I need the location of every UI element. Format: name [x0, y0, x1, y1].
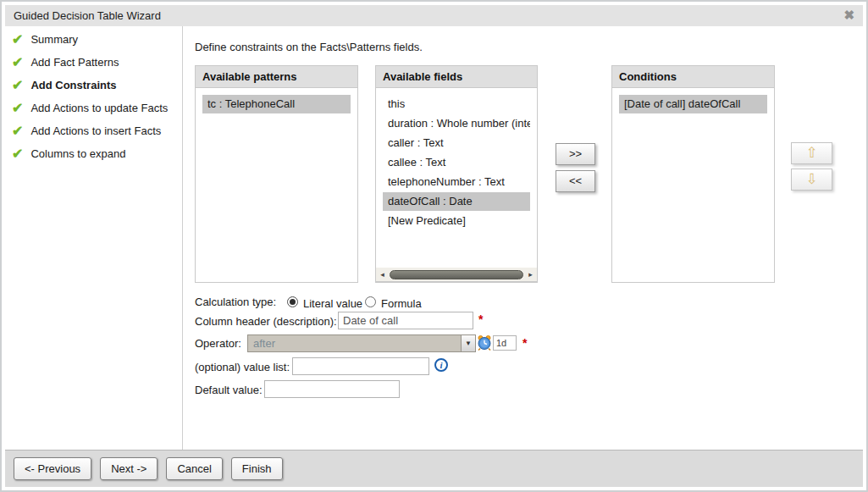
formula-radio[interactable]: [365, 296, 376, 307]
window-title: Guided Decision Table Wizard: [14, 5, 161, 26]
title-bar: Guided Decision Table Wizard ✖: [5, 5, 863, 26]
sidebar-step-add-actions-to-update-facts[interactable]: ✔Add Actions to update Facts: [5, 97, 181, 119]
list-item[interactable]: duration : Whole number (integer): [383, 114, 530, 133]
next-button[interactable]: Next ->: [100, 457, 158, 480]
literal-value-radio[interactable]: [287, 296, 298, 307]
check-icon: ✔: [12, 79, 23, 92]
move-down-button[interactable]: ⇩: [791, 169, 832, 191]
list-item[interactable]: [Date of call] dateOfCall: [619, 95, 767, 113]
check-icon: ✔: [12, 56, 23, 69]
calculation-type-label: Calculation type:: [195, 296, 276, 308]
check-icon: ✔: [12, 33, 23, 47]
column-header-label: Column header (description):: [195, 315, 337, 328]
check-icon: ✔: [12, 147, 23, 161]
finish-button[interactable]: Finish: [231, 457, 283, 480]
default-value-label: Default value:: [195, 384, 263, 396]
dropdown-arrow-icon[interactable]: ▼: [461, 335, 475, 351]
page-instruction: Define constraints on the Facts\Patterns…: [195, 41, 423, 53]
step-label: Add Actions to update Facts: [30, 102, 168, 114]
step-label: Add Fact Patterns: [30, 56, 119, 69]
step-label: Columns to expand: [30, 147, 125, 160]
step-label: Add Actions to insert Facts: [30, 124, 161, 137]
conditions-panel: Conditions [Date of call] dateOfCall: [611, 65, 775, 283]
scroll-left-icon[interactable]: ◂: [376, 268, 389, 281]
conditions-list: [Date of call] dateOfCall: [612, 88, 774, 121]
list-item[interactable]: tc : TelephoneCall: [202, 95, 351, 113]
available-fields-list: thisduration : Whole number (integer)cal…: [376, 88, 537, 238]
list-item[interactable]: telephoneNumber : Text: [383, 173, 530, 191]
step-label: Add Constraints: [30, 79, 116, 91]
default-value-input[interactable]: [264, 380, 400, 398]
available-patterns-panel: Available patterns tc : TelephoneCall: [195, 65, 358, 283]
cancel-button[interactable]: Cancel: [166, 457, 222, 480]
required-marker: *: [522, 336, 527, 350]
scroll-right-icon[interactable]: ▸: [524, 268, 537, 281]
add-condition-button[interactable]: >>: [556, 143, 595, 165]
previous-button[interactable]: <- Previous: [14, 457, 91, 480]
operator-select[interactable]: after ▼: [247, 334, 476, 352]
date-clock-icon[interactable]: [477, 334, 492, 351]
remove-condition-button[interactable]: <<: [556, 170, 595, 192]
available-fields-panel: Available fields thisduration : Whole nu…: [375, 65, 538, 283]
column-header-input[interactable]: [338, 312, 473, 329]
wizard-steps: ✔Summary✔Add Fact Patterns✔Add Constrain…: [5, 28, 181, 165]
list-item[interactable]: this: [383, 95, 530, 113]
available-fields-title: Available fields: [376, 66, 537, 88]
up-arrow-icon: ⇧: [805, 145, 817, 161]
sidebar-step-add-actions-to-insert-facts[interactable]: ✔Add Actions to insert Facts: [5, 119, 181, 142]
list-item[interactable]: dateOfCall : Date: [383, 192, 530, 211]
sidebar-step-add-fact-patterns[interactable]: ✔Add Fact Patterns: [5, 51, 181, 74]
list-item[interactable]: [New Predicate]: [383, 212, 530, 230]
available-patterns-title: Available patterns: [196, 66, 357, 88]
operator-label: Operator:: [195, 337, 241, 350]
fields-horizontal-scrollbar[interactable]: ◂ ▸: [375, 268, 538, 282]
value-list-input[interactable]: [292, 357, 429, 375]
operator-extra-input[interactable]: [493, 335, 517, 351]
operator-selected-value: after: [253, 335, 275, 351]
move-up-button[interactable]: ⇧: [791, 142, 832, 164]
sidebar-step-add-constraints[interactable]: ✔Add Constraints: [5, 74, 181, 97]
list-item[interactable]: callee : Text: [383, 153, 530, 172]
literal-value-radio-label[interactable]: Literal value: [303, 297, 362, 310]
available-patterns-list: tc : TelephoneCall: [196, 88, 357, 121]
formula-radio-label[interactable]: Formula: [381, 297, 422, 310]
close-icon[interactable]: ✖: [843, 8, 854, 23]
sidebar-divider: [182, 26, 183, 453]
wizard-footer: <- PreviousNext ->CancelFinish: [5, 450, 863, 487]
check-icon: ✔: [12, 124, 23, 138]
wizard-dialog: Guided Decision Table Wizard ✖ ✔Summary✔…: [0, 0, 868, 492]
scrollbar-thumb[interactable]: [390, 270, 523, 279]
info-icon[interactable]: i: [434, 358, 448, 372]
down-arrow-icon: ⇩: [805, 171, 817, 187]
check-icon: ✔: [12, 102, 23, 115]
sidebar-step-summary[interactable]: ✔Summary: [5, 28, 181, 51]
list-item[interactable]: caller : Text: [383, 134, 530, 152]
step-label: Summary: [30, 33, 78, 46]
value-list-label: (optional) value list:: [195, 361, 290, 373]
required-marker: *: [478, 312, 483, 326]
conditions-title: Conditions: [612, 66, 774, 88]
sidebar-step-columns-to-expand[interactable]: ✔Columns to expand: [5, 142, 181, 165]
